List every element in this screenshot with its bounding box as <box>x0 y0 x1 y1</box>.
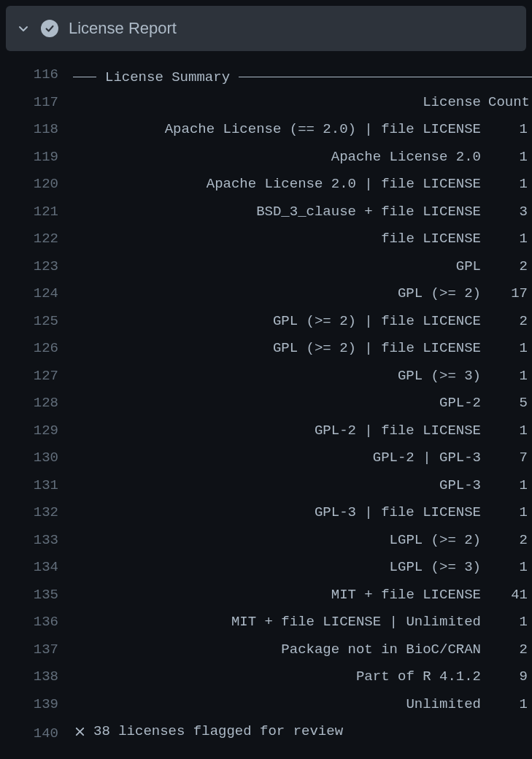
table-row: GPL-25 <box>73 390 532 417</box>
table-row: GPL-31 <box>73 472 532 500</box>
license-count: 1 <box>488 226 532 253</box>
code-line: 135MIT + file LICENSE41 <box>0 582 532 609</box>
license-name: GPL (>= 3) <box>73 363 488 390</box>
table-row: GPL2 <box>73 253 532 281</box>
license-count: 1 <box>488 472 532 500</box>
code-line: 123GPL2 <box>0 253 532 281</box>
license-count: 1 <box>488 554 532 582</box>
license-name: file LICENSE <box>73 226 488 253</box>
license-count: 1 <box>488 609 532 636</box>
table-row: Apache License 2.01 <box>73 144 532 172</box>
panel-title: License Report <box>69 19 177 38</box>
license-name: GPL <box>73 253 488 281</box>
table-row: Apache License 2.0 | file LICENSE1 <box>73 171 532 199</box>
line-number: 129 <box>0 417 73 445</box>
line-number: 138 <box>0 663 73 691</box>
license-count: 1 <box>488 417 532 445</box>
table-row: GPL (>= 2) | file LICENSE1 <box>73 335 532 363</box>
license-name: GPL-2 | file LICENSE <box>73 417 488 445</box>
table-row: file LICENSE1 <box>73 226 532 253</box>
license-count: 2 <box>488 636 532 664</box>
code-line: 138Part of R 4.1.29 <box>0 663 532 691</box>
table-row: BSD_3_clause + file LICENSE3 <box>73 199 532 226</box>
code-line: 130GPL-2 | GPL-37 <box>0 444 532 472</box>
line-number: 127 <box>0 363 73 390</box>
table-row: LGPL (>= 2)2 <box>73 527 532 555</box>
line-number: 117 <box>0 89 73 117</box>
panel-header: License Report <box>6 6 526 51</box>
license-name: GPL-3 | file LICENSE <box>73 499 488 527</box>
status-badge-success <box>41 20 58 37</box>
license-name: GPL (>= 2) | file LICENSE <box>73 335 488 363</box>
license-name: Package not in BioC/CRAN <box>73 636 488 664</box>
license-name: Apache License 2.0 | file LICENSE <box>73 171 488 199</box>
code-line: 127GPL (>= 3)1 <box>0 363 532 390</box>
line-number: 137 <box>0 636 73 664</box>
line-number: 119 <box>0 144 73 172</box>
license-count: 1 <box>488 335 532 363</box>
table-row: GPL (>= 2) | file LICENCE2 <box>73 308 532 336</box>
horizontal-rule-icon <box>73 77 96 77</box>
license-name: BSD_3_clause + file LICENSE <box>73 199 488 226</box>
code-line: 133LGPL (>= 2)2 <box>0 527 532 555</box>
line-number: 136 <box>0 609 73 636</box>
horizontal-rule-icon <box>239 77 532 77</box>
code-line: 139Unlimited1 <box>0 691 532 719</box>
license-count: 2 <box>488 308 532 336</box>
code-line: 129GPL-2 | file LICENSE1 <box>0 417 532 445</box>
license-count: 1 <box>488 171 532 199</box>
license-name: Part of R 4.1.2 <box>73 663 488 691</box>
column-header-license: License <box>73 89 488 117</box>
line-number: 131 <box>0 472 73 500</box>
column-header-count: Count <box>488 89 532 117</box>
license-name: LGPL (>= 2) <box>73 527 488 555</box>
code-line: 136MIT + file LICENSE | Unlimited1 <box>0 609 532 636</box>
code-line: 128GPL-25 <box>0 390 532 417</box>
line-number: 130 <box>0 444 73 472</box>
license-name: LGPL (>= 3) <box>73 554 488 582</box>
code-line: 125GPL (>= 2) | file LICENCE2 <box>0 308 532 336</box>
license-count: 7 <box>488 444 532 472</box>
license-name: Apache License 2.0 <box>73 144 488 172</box>
flagged-message: 38 licenses flagged for review <box>93 718 343 746</box>
code-line: 116License Summary <box>0 61 532 89</box>
code-line: 122file LICENSE1 <box>0 226 532 253</box>
line-number: 121 <box>0 199 73 226</box>
table-row: GPL-3 | file LICENSE1 <box>73 499 532 527</box>
license-count: 3 <box>488 199 532 226</box>
code-line: 124GPL (>= 2)17 <box>0 280 532 308</box>
license-count: 1 <box>488 499 532 527</box>
license-count: 1 <box>488 144 532 172</box>
line-number: 122 <box>0 226 73 253</box>
chevron-down-icon <box>18 23 29 34</box>
line-number: 134 <box>0 554 73 582</box>
table-row: MIT + file LICENSE41 <box>73 582 532 609</box>
table-row: GPL (>= 2)17 <box>73 280 532 308</box>
code-line: 132GPL-3 | file LICENSE1 <box>0 499 532 527</box>
table-row: GPL-2 | GPL-37 <box>73 444 532 472</box>
line-number: 135 <box>0 582 73 609</box>
license-name: Unlimited <box>73 691 488 719</box>
table-row: Part of R 4.1.29 <box>73 663 532 691</box>
license-count: 5 <box>488 390 532 417</box>
license-name: GPL (>= 2) <box>73 280 488 308</box>
license-name: GPL-3 <box>73 472 488 500</box>
code-line: 119Apache License 2.01 <box>0 144 532 172</box>
x-icon <box>73 726 86 737</box>
code-line: 121BSD_3_clause + file LICENSE3 <box>0 199 532 226</box>
line-number: 128 <box>0 390 73 417</box>
license-name: GPL-2 | GPL-3 <box>73 444 488 472</box>
code-line: 131GPL-31 <box>0 472 532 500</box>
license-name: MIT + file LICENSE | Unlimited <box>73 609 488 636</box>
table-row: GPL (>= 3)1 <box>73 363 532 390</box>
collapse-toggle[interactable] <box>16 21 31 36</box>
code-line: 120Apache License 2.0 | file LICENSE1 <box>0 171 532 199</box>
line-number: 132 <box>0 499 73 527</box>
code-line: 126GPL (>= 2) | file LICENSE1 <box>0 335 532 363</box>
line-number: 126 <box>0 335 73 363</box>
license-name: MIT + file LICENSE <box>73 582 488 609</box>
table-row: GPL-2 | file LICENSE1 <box>73 417 532 445</box>
table-row: Apache License (== 2.0) | file LICENSE1 <box>73 116 532 144</box>
table-row: Package not in BioC/CRAN2 <box>73 636 532 664</box>
line-number: 139 <box>0 691 73 719</box>
